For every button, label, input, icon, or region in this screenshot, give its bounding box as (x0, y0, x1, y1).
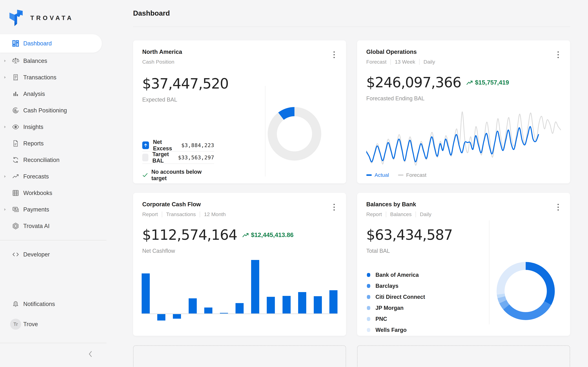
collapse-sidebar-button[interactable] (86, 350, 95, 358)
sidebar-item-label: Developer (23, 251, 50, 258)
sidebar-item-developer[interactable]: Developer (0, 246, 106, 263)
sidebar-item-label: Analysis (23, 91, 45, 97)
card-corporate-cash-flow: Corporate Cash Flow Report Transactions … (133, 193, 346, 336)
tab-forecast: Forecast (366, 59, 387, 65)
sidebar-item-dashboard[interactable]: Dashboard (0, 34, 102, 53)
delta-value: $12,445,413.86 (251, 232, 294, 238)
sidebar-item-label: Notifications (23, 301, 55, 307)
separator (415, 211, 416, 217)
tab-transactions: Transactions (166, 211, 196, 217)
sidebar-item-label: Reports (23, 140, 44, 147)
arrow-up-icon (142, 142, 149, 149)
sidebar-item-analysis[interactable]: Analysis (0, 86, 106, 102)
sidebar-item-label: Payments (23, 206, 49, 213)
sidebar-item-transactions[interactable]: Transactions (0, 69, 106, 86)
chevron-right-icon[interactable] (4, 76, 7, 79)
card-subtitle: Cash Position (142, 59, 337, 65)
expected-balance-amount: $37,447,520 (142, 75, 228, 92)
bank-color-swatch (367, 306, 370, 310)
card-subtitle: Forecast 13 Week Daily (366, 59, 561, 65)
target-icon (12, 107, 19, 114)
amount-label: Expected BAL (142, 97, 337, 103)
sidebar-footer: Notifications Tr Trove (0, 296, 106, 333)
tab-12-month: 12 Month (204, 211, 226, 217)
tab-report: Report (142, 211, 158, 217)
separator (419, 59, 420, 65)
kebab-menu-icon[interactable] (555, 50, 561, 60)
sidebar-nav: Dashboard Balances (0, 34, 106, 234)
sidebar-item-user[interactable]: Tr Trove (0, 316, 106, 333)
dashboard-icon (12, 40, 19, 47)
chevron-right-icon[interactable] (4, 125, 7, 128)
card-balances-by-bank: Balances by Bank Report Balances Daily $… (357, 193, 570, 336)
card-global-operations: Global Operations Forecast 13 Week Daily… (357, 40, 570, 183)
main-content: Dashboard North America Cash Position $3… (106, 0, 588, 367)
forecast-line-chart (366, 108, 561, 169)
sync-icon (12, 156, 19, 164)
sidebar-item-label: Insights (23, 124, 43, 130)
bank-color-swatch (367, 284, 370, 288)
sidebar-item-label: Balances (23, 58, 47, 64)
bar (329, 290, 337, 314)
tab-daily: Daily (424, 59, 435, 65)
separator (390, 59, 391, 65)
chevron-right-icon[interactable] (4, 175, 7, 178)
bar (251, 260, 259, 314)
forecasted-ending-bal-amount: $246,097,366 (366, 74, 461, 91)
brand-name: TROVATA (30, 15, 73, 21)
sidebar-item-reports[interactable]: Reports (0, 135, 106, 152)
sidebar-item-workbooks[interactable]: Workbooks (0, 185, 106, 201)
sidebar-item-payments[interactable]: Payments (0, 201, 106, 218)
brand-header: TROVATA (0, 0, 106, 28)
sidebar-item-forecasts[interactable]: Forecasts (0, 168, 106, 185)
avatar: Tr (10, 319, 21, 330)
bar (173, 314, 181, 319)
trending-up-icon (12, 173, 19, 180)
chevron-right-icon[interactable] (4, 208, 7, 211)
sidebar-item-insights[interactable]: Insights (0, 119, 106, 135)
tab-daily: Daily (420, 211, 432, 217)
sidebar-item-label: Dashboard (23, 40, 52, 47)
accounts-status: No accounts below target (142, 169, 214, 182)
sidebar-item-cash-positioning[interactable]: Cash Positioning (0, 102, 106, 119)
bank-name: Bank of America (375, 272, 419, 278)
dashboard-grid: North America Cash Position $37,447,520 … (133, 40, 570, 367)
card-subtitle: Report Balances Daily (366, 211, 561, 217)
target-bal-row: Target BAL $33,563,297 (142, 151, 214, 164)
chevron-right-icon[interactable] (4, 59, 7, 62)
card-title: North America (142, 49, 337, 55)
row-value: $33,563,297 (178, 154, 214, 161)
card-title: Balances by Bank (366, 201, 561, 208)
sidebar-item-trovata-ai[interactable]: Trovata AI (0, 218, 106, 234)
kebab-menu-icon[interactable] (555, 202, 561, 212)
amount-label: Total BAL (366, 248, 561, 254)
sidebar-item-notifications[interactable]: Notifications (0, 296, 106, 312)
kebab-menu-icon[interactable] (331, 50, 337, 60)
bank-color-swatch (367, 273, 370, 277)
sidebar-item-reconciliation[interactable]: Reconciliation (0, 152, 106, 168)
placeholder-card (357, 345, 570, 367)
net-cashflow-amount: $112,574,164 (142, 227, 237, 243)
bell-icon (12, 300, 19, 308)
grid-icon (12, 189, 19, 197)
transactions-icon (12, 74, 19, 81)
sidebar-item-balances[interactable]: Balances (0, 53, 106, 69)
sidebar-item-label: Workbooks (23, 190, 52, 196)
bar (314, 296, 322, 314)
sidebar-item-label: Cash Positioning (23, 107, 67, 114)
sidebar-item-label: Trove (23, 321, 38, 327)
header-divider (133, 27, 570, 27)
sidebar: TROVATA Dashboard (0, 0, 106, 367)
kebab-menu-icon[interactable] (331, 202, 337, 212)
bar (220, 313, 228, 314)
legend-forecast: Forecast (398, 172, 426, 178)
row-label: Target BAL (152, 151, 178, 164)
bar (235, 303, 244, 314)
trovata-logo-icon (9, 9, 23, 26)
target-swatch-icon (142, 154, 148, 161)
banknote-icon (12, 206, 19, 213)
bank-color-swatch (367, 317, 370, 321)
target-stats: Net Excess $3,884,223 Target BAL $33,563… (142, 139, 214, 182)
bar (142, 273, 150, 314)
bar (157, 314, 165, 320)
